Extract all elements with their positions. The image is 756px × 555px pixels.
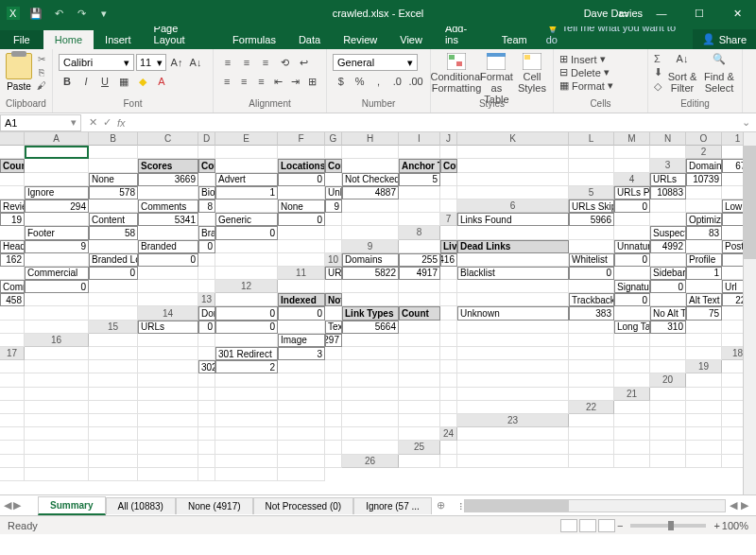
bold-button[interactable]: B bbox=[59, 73, 76, 90]
cell[interactable] bbox=[569, 360, 614, 373]
horizontal-scrollbar[interactable] bbox=[464, 499, 726, 512]
cell[interactable] bbox=[25, 360, 89, 373]
cell[interactable]: Indexed bbox=[278, 293, 325, 306]
cell[interactable] bbox=[686, 240, 722, 253]
cell[interactable] bbox=[198, 373, 215, 387]
cell[interactable] bbox=[0, 414, 25, 427]
row-header[interactable]: 25 bbox=[399, 441, 440, 454]
cell[interactable] bbox=[0, 468, 25, 481]
tab-formulas[interactable]: Formulas bbox=[221, 30, 287, 49]
cell[interactable]: Count bbox=[325, 159, 342, 172]
worksheet-area[interactable]: ABCDEFGHIJKLMNO12CountScoresCountLocatio… bbox=[0, 132, 756, 494]
cell[interactable] bbox=[278, 360, 325, 373]
cell[interactable] bbox=[0, 401, 25, 414]
cell[interactable] bbox=[650, 427, 686, 441]
align-right-icon[interactable]: ≡ bbox=[253, 73, 268, 90]
cell[interactable] bbox=[215, 334, 278, 347]
row-header[interactable]: 3 bbox=[650, 159, 686, 172]
cell[interactable] bbox=[0, 360, 25, 373]
cell[interactable] bbox=[89, 455, 138, 468]
cell[interactable] bbox=[569, 388, 614, 401]
cell[interactable] bbox=[138, 388, 198, 401]
cell[interactable]: Domains bbox=[198, 306, 215, 320]
cell[interactable] bbox=[89, 146, 138, 159]
cell[interactable] bbox=[569, 427, 614, 441]
cell[interactable] bbox=[399, 240, 440, 253]
cell[interactable] bbox=[0, 267, 25, 280]
col-header[interactable]: L bbox=[569, 132, 614, 146]
underline-button[interactable]: U bbox=[96, 73, 113, 90]
cell[interactable] bbox=[138, 401, 198, 414]
maximize-icon[interactable]: ☐ bbox=[680, 0, 718, 26]
cell[interactable] bbox=[686, 388, 722, 401]
zoom-slider[interactable] bbox=[630, 524, 706, 528]
cell[interactable] bbox=[440, 186, 457, 199]
cell[interactable] bbox=[614, 360, 650, 373]
cell[interactable] bbox=[650, 199, 686, 213]
undo-icon[interactable]: ↶ bbox=[49, 4, 68, 23]
cell[interactable] bbox=[650, 401, 686, 414]
cell[interactable]: 302 Redirect bbox=[198, 360, 215, 373]
cell[interactable] bbox=[25, 441, 89, 454]
cell[interactable] bbox=[440, 401, 457, 414]
cell[interactable]: Unnatural bbox=[614, 240, 650, 253]
cell[interactable] bbox=[25, 159, 89, 172]
col-header[interactable]: D bbox=[198, 132, 215, 146]
cell[interactable] bbox=[569, 280, 614, 293]
row-header[interactable]: 16 bbox=[25, 334, 89, 347]
cell[interactable]: Profile bbox=[686, 253, 722, 267]
cell[interactable] bbox=[89, 441, 138, 454]
cell[interactable] bbox=[342, 360, 399, 373]
cell[interactable] bbox=[342, 373, 399, 387]
col-header[interactable]: N bbox=[650, 132, 686, 146]
name-box[interactable]: A1▾ bbox=[0, 114, 81, 131]
cell[interactable] bbox=[0, 186, 25, 199]
zoom-level[interactable]: 100% bbox=[722, 520, 748, 531]
cell[interactable] bbox=[686, 321, 722, 334]
cell[interactable] bbox=[457, 427, 569, 441]
cell[interactable]: Bio bbox=[198, 186, 215, 199]
cell[interactable] bbox=[0, 306, 25, 320]
cell[interactable]: 0 bbox=[614, 293, 650, 306]
cell[interactable] bbox=[0, 455, 25, 468]
cell[interactable] bbox=[457, 388, 569, 401]
cell[interactable] bbox=[686, 347, 722, 360]
cell[interactable]: 1 bbox=[215, 186, 278, 199]
cell[interactable] bbox=[457, 401, 569, 414]
cell[interactable] bbox=[342, 441, 399, 454]
row-header[interactable]: 10 bbox=[325, 253, 342, 267]
cell[interactable] bbox=[25, 414, 89, 427]
cell[interactable]: Links Found bbox=[457, 213, 569, 226]
cell[interactable] bbox=[569, 441, 614, 454]
cell[interactable] bbox=[569, 334, 614, 347]
cell[interactable]: Link Types bbox=[342, 306, 399, 320]
cell[interactable]: Domains bbox=[686, 159, 722, 172]
cell[interactable] bbox=[215, 388, 278, 401]
row-header[interactable]: 13 bbox=[198, 293, 215, 306]
cell[interactable] bbox=[440, 414, 457, 427]
cell[interactable] bbox=[278, 427, 325, 441]
cell[interactable] bbox=[440, 388, 457, 401]
cell[interactable] bbox=[342, 280, 399, 293]
cell[interactable] bbox=[0, 427, 25, 441]
cell[interactable] bbox=[198, 468, 215, 481]
cell[interactable]: Header bbox=[0, 240, 25, 253]
cell[interactable] bbox=[278, 280, 325, 293]
cell[interactable]: Comments bbox=[138, 199, 198, 213]
cell[interactable] bbox=[342, 414, 399, 427]
cell[interactable]: Blacklist bbox=[457, 267, 569, 280]
cell[interactable] bbox=[198, 388, 215, 401]
cell[interactable] bbox=[569, 146, 614, 159]
cell[interactable] bbox=[457, 186, 569, 199]
cell[interactable]: Ignore bbox=[25, 186, 89, 199]
cell[interactable] bbox=[457, 253, 569, 267]
cell[interactable] bbox=[399, 146, 440, 159]
cell[interactable] bbox=[215, 427, 278, 441]
increase-decimal-icon[interactable]: .0 bbox=[388, 73, 405, 90]
format-as-table-button[interactable]: Format as Table bbox=[480, 53, 513, 105]
cell[interactable] bbox=[198, 334, 215, 347]
cell[interactable]: 416 bbox=[440, 253, 457, 267]
cell[interactable] bbox=[278, 401, 325, 414]
cell[interactable] bbox=[399, 373, 440, 387]
enter-formula-icon[interactable]: ✓ bbox=[103, 116, 112, 129]
